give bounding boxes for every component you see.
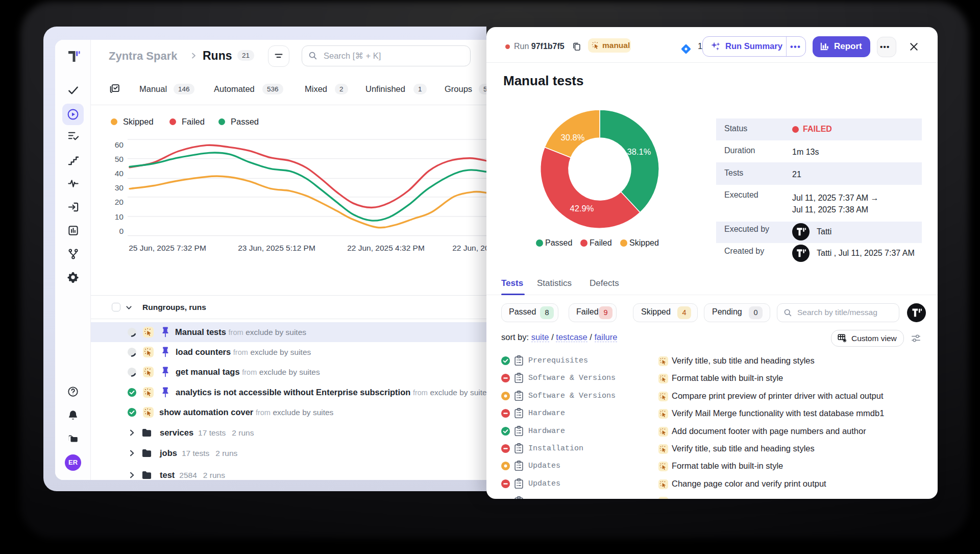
- svg-text:25 Jun, 2025 7:32 PM: 25 Jun, 2025 7:32 PM: [129, 244, 206, 252]
- svg-text:42.9%: 42.9%: [570, 204, 594, 213]
- svg-text:30.8%: 30.8%: [561, 133, 585, 142]
- svg-text:10: 10: [115, 212, 124, 221]
- svg-text:60: 60: [115, 140, 124, 149]
- svg-text:22 Jun, 2025 4:32 PM: 22 Jun, 2025 4:32 PM: [347, 244, 425, 252]
- svg-text:40: 40: [115, 169, 124, 178]
- svg-text:30: 30: [115, 183, 124, 192]
- svg-text:38.1%: 38.1%: [627, 147, 651, 156]
- svg-text:23 Jun, 2025 5:12 PM: 23 Jun, 2025 5:12 PM: [238, 244, 315, 252]
- svg-text:20: 20: [115, 198, 124, 206]
- svg-text:50: 50: [115, 155, 124, 163]
- svg-text:22 Jun, 2025 3:12 PM: 22 Jun, 2025 3:12 PM: [452, 244, 486, 252]
- svg-text:0: 0: [119, 227, 124, 235]
